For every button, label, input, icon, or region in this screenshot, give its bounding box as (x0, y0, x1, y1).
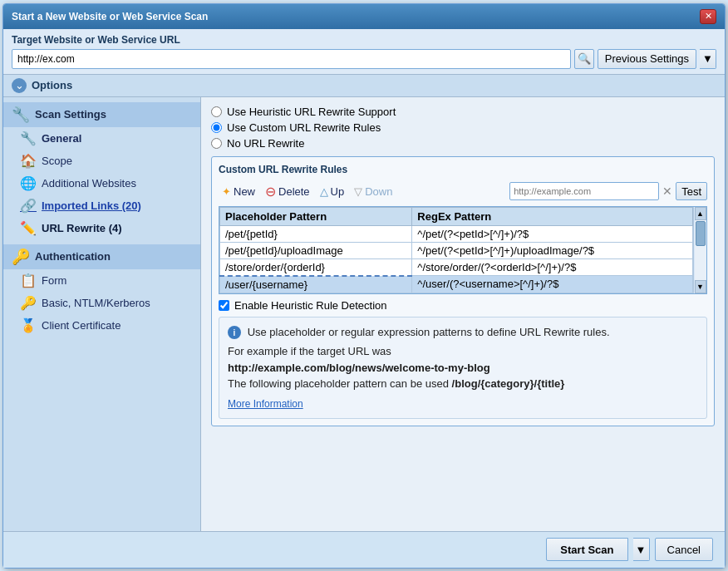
more-info-link[interactable]: More Information (228, 398, 303, 410)
placeholder-cell: /store/order/{orderId} (220, 258, 412, 276)
dialog-title: Start a New Website or Web Service Scan (12, 11, 208, 22)
radio-heuristic-input[interactable] (211, 106, 222, 117)
radio-no-rewrite-input[interactable] (211, 138, 222, 149)
up-label: Up (331, 185, 345, 198)
cancel-button[interactable]: Cancel (655, 538, 713, 561)
radio-custom-input[interactable] (211, 122, 222, 133)
close-button[interactable]: ✕ (700, 9, 716, 24)
more-info-row: More Information (228, 396, 698, 412)
radio-no-rewrite[interactable]: No URL Rewrite (211, 137, 715, 150)
sidebar: 🔧 Scan Settings 🔧 General 🏠 Scope 🌐 Addi… (3, 97, 201, 531)
scan-settings-section[interactable]: 🔧 Scan Settings (3, 102, 200, 127)
url-search-button[interactable]: 🔍 (574, 49, 594, 69)
chevron-down-icon: ▼ (702, 52, 713, 65)
basic-ntlm-label: Basic, NTLM/Kerberos (42, 297, 150, 309)
custom-url-rewrite-box: Custom URL Rewrite Rules ✦ New ⊖ Delete … (211, 156, 715, 427)
url-input[interactable] (12, 49, 571, 69)
info-box: i Use placeholder or regular expression … (219, 317, 707, 420)
radio-heuristic-label: Use Heuristic URL Rewrite Support (227, 106, 396, 118)
regex-cell: ^/store/order/(?<orderId>[^/]+)/?$ (412, 258, 693, 276)
sidebar-item-additional-websites[interactable]: 🌐 Additional Websites (3, 172, 200, 194)
sidebar-item-scope[interactable]: 🏠 Scope (3, 150, 200, 172)
chevron-down-icon: ▼ (636, 544, 647, 556)
imported-links-icon: 🔗 (20, 198, 37, 214)
sidebar-item-url-rewrite[interactable]: ✏️ URL Rewrite (4) (3, 217, 200, 239)
sidebar-item-form[interactable]: 📋 Form (3, 269, 200, 292)
pattern-table-scroll[interactable]: Placeholder Pattern RegEx Pattern /pet/{… (219, 207, 693, 293)
scope-icon: 🏠 (20, 153, 37, 169)
vertical-scrollbar[interactable]: ▲ ▼ (693, 207, 706, 293)
previous-settings-dropdown-button[interactable]: ▼ (700, 49, 716, 69)
scroll-down-button[interactable]: ▼ (695, 280, 706, 293)
new-label: New (234, 185, 255, 198)
table-row-selected[interactable]: /user/{username} ^/user/(?<username>[^/]… (220, 276, 693, 293)
sidebar-item-imported-links[interactable]: 🔗 Imported Links (20) (3, 194, 200, 217)
search-icon: 🔍 (578, 52, 591, 65)
previous-settings-label: Previous Settings (605, 52, 689, 65)
options-toggle[interactable]: ⌄ (12, 78, 27, 93)
info-text-1: Use placeholder or regular expression pa… (248, 326, 610, 338)
info-bold-pattern: /blog/{category}/{title} (452, 377, 565, 390)
general-icon: 🔧 (20, 130, 37, 146)
client-cert-label: Client Certificate (42, 319, 121, 332)
start-scan-dropdown-button[interactable]: ▼ (633, 538, 650, 561)
down-button[interactable]: ▽ Down (351, 184, 396, 199)
delete-button[interactable]: ⊖ Delete (262, 182, 313, 201)
info-icon: i (228, 326, 241, 339)
new-button[interactable]: ✦ New (219, 184, 258, 199)
down-label: Down (365, 185, 392, 198)
radio-heuristic[interactable]: Use Heuristic URL Rewrite Support (211, 106, 715, 118)
url-rewrite-icon: ✏️ (20, 220, 37, 236)
auth-label: Authentication (35, 250, 111, 263)
table-row[interactable]: /store/order/{orderId} ^/store/order/(?<… (220, 258, 693, 276)
info-url: http://example.com/blog/news/welcome-to-… (228, 362, 490, 374)
radio-custom[interactable]: Use Custom URL Rewrite Rules (211, 121, 715, 134)
imported-links-label: Imported Links (20) (42, 199, 141, 212)
title-bar: Start a New Website or Web Service Scan … (3, 4, 725, 29)
scope-label: Scope (42, 155, 72, 167)
clear-test-icon: ✕ (662, 185, 672, 198)
authentication-section[interactable]: 🔑 Authentication (3, 244, 200, 269)
sidebar-item-basic-ntlm[interactable]: 🔑 Basic, NTLM/Kerberos (3, 292, 200, 314)
pattern-table: Placeholder Pattern RegEx Pattern /pet/{… (219, 207, 693, 293)
general-label: General (42, 132, 81, 145)
custom-url-title: Custom URL Rewrite Rules (219, 164, 707, 175)
form-label: Form (42, 274, 66, 287)
content-area: Use Heuristic URL Rewrite Support Use Cu… (201, 97, 725, 531)
footer: Start Scan ▼ Cancel (3, 531, 725, 568)
url-rewrite-label: URL Rewrite (4) (42, 222, 122, 234)
sidebar-item-client-cert[interactable]: 🏅 Client Certificate (3, 314, 200, 337)
heuristic-checkbox-label[interactable]: Enable Heuristic Rule Detection (234, 299, 387, 312)
table-row[interactable]: /pet/{petId}/uploadImage ^/pet/(?<petId>… (220, 242, 693, 258)
regex-cell: ^/user/(?<username>[^/]+)/?$ (412, 276, 693, 293)
delete-icon: ⊖ (265, 184, 276, 199)
table-row[interactable]: /pet/{petId} ^/pet/(?<petId>[^/]+)/?$ (220, 225, 693, 242)
placeholder-cell: /user/{username} (220, 276, 412, 293)
test-label: Test (681, 185, 701, 198)
options-bar: ⌄ Options (3, 75, 725, 97)
dialog: Start a New Website or Web Service Scan … (2, 3, 726, 569)
radio-custom-label: Use Custom URL Rewrite Rules (227, 121, 381, 134)
scroll-thumb[interactable] (696, 221, 706, 246)
info-bold-url: http://example.com/blog/news/welcome-to-… (228, 360, 698, 377)
scroll-up-button[interactable]: ▲ (695, 207, 706, 220)
heuristic-checkbox[interactable] (219, 300, 229, 311)
col-placeholder: Placeholder Pattern (220, 207, 412, 225)
client-cert-icon: 🏅 (20, 317, 37, 333)
basic-ntlm-icon: 🔑 (20, 295, 37, 311)
options-label: Options (32, 79, 72, 91)
sidebar-item-general[interactable]: 🔧 General (3, 127, 200, 150)
start-scan-button[interactable]: Start Scan (546, 538, 627, 561)
test-url-input[interactable] (509, 182, 659, 200)
info-text-3: The following placeholder pattern can be… (228, 377, 449, 390)
pattern-table-wrapper: Placeholder Pattern RegEx Pattern /pet/{… (219, 206, 707, 294)
previous-settings-button[interactable]: Previous Settings (598, 49, 696, 69)
col-regex: RegEx Pattern (412, 207, 693, 225)
down-arrow-icon: ▽ (354, 185, 362, 198)
info-line-1: i Use placeholder or regular expression … (228, 324, 698, 341)
up-arrow-icon: △ (320, 185, 328, 198)
test-button[interactable]: Test (676, 182, 707, 200)
heuristic-checkbox-row: Enable Heuristic Rule Detection (219, 299, 707, 312)
up-button[interactable]: △ Up (317, 184, 348, 199)
url-rewrite-radio-group: Use Heuristic URL Rewrite Support Use Cu… (211, 106, 715, 150)
